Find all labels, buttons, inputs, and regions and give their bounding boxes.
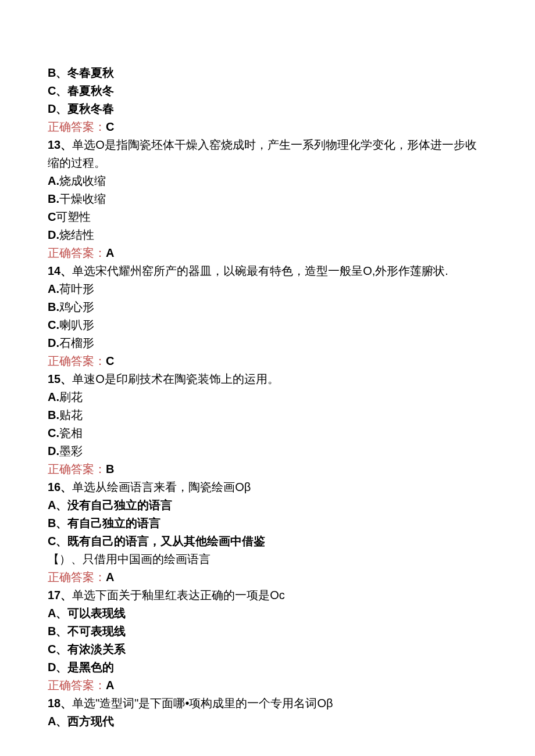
- text-part: 15、: [48, 372, 72, 385]
- text-line: 正确答案：A: [48, 676, 487, 694]
- text-line: C可塑性: [48, 208, 487, 226]
- text-part: 瓷相: [59, 427, 83, 439]
- text-part: A: [106, 246, 114, 259]
- text-part: 单选下面关于釉里红表达正确的一项是Oc: [72, 589, 285, 601]
- text-part: 单速O是印刷技术在陶瓷装饰上的运用。: [72, 372, 279, 385]
- text-line: C.瓷相: [48, 424, 487, 442]
- text-line: A.荷叶形: [48, 280, 487, 298]
- text-part: D.: [48, 445, 59, 457]
- text-part: A.: [48, 390, 59, 403]
- text-part: 正确答案：: [48, 679, 106, 691]
- text-part: A: [106, 679, 114, 691]
- text-part: 荷叶形: [59, 282, 94, 295]
- text-line: B.鸡心形: [48, 298, 487, 316]
- text-line: 16、单选从绘画语言来看，陶瓷绘画Oβ: [48, 478, 487, 496]
- text-part: B.: [48, 300, 59, 313]
- text-content: C、既有自己的语言，又从其他绘画中借鉴: [48, 535, 265, 547]
- text-content: B、冬春夏秋: [48, 66, 114, 79]
- text-line: 13、单选O是指陶瓷坯体干燥入窑烧成时，产生一系列物理化学变化，形体进一步收缩的…: [48, 136, 487, 172]
- text-line: 17、单选下面关于釉里红表达正确的一项是Oc: [48, 586, 487, 604]
- text-part: A.: [48, 282, 59, 295]
- text-part: B.: [48, 192, 59, 205]
- text-part: 可塑性: [56, 210, 91, 223]
- text-line: A、可以表现线: [48, 604, 487, 622]
- text-line: D.墨彩: [48, 442, 487, 460]
- text-part: 正确答案：: [48, 354, 106, 367]
- text-line: D.石榴形: [48, 334, 487, 352]
- text-line: 15、单速O是印刷技术在陶瓷装饰上的运用。: [48, 370, 487, 388]
- text-part: 刷花: [59, 390, 83, 403]
- text-part: 喇叭形: [59, 318, 94, 331]
- text-part: 正确答案：: [48, 463, 106, 475]
- text-part: 干燥收缩: [59, 192, 106, 205]
- text-part: 烧成收缩: [59, 174, 106, 187]
- text-part: B.: [48, 409, 59, 421]
- text-part: A: [106, 571, 114, 583]
- text-part: 14、: [48, 264, 72, 277]
- text-part: D.: [48, 336, 59, 349]
- text-part: 正确答案：: [48, 120, 106, 133]
- text-line: 正确答案：C: [48, 352, 487, 370]
- text-part: 单选宋代耀州窑所产的器皿，以碗最有特色，造型一般呈O,外形作莲腑状.: [72, 264, 448, 277]
- text-content: 【）、只借用中国画的绘画语言: [48, 553, 211, 565]
- text-line: B、不可表现线: [48, 622, 487, 640]
- text-line: B.干燥收缩: [48, 190, 487, 208]
- text-part: C: [48, 210, 56, 223]
- text-part: C.: [48, 427, 59, 439]
- text-content: D、是黑色的: [48, 661, 114, 673]
- text-part: 13、: [48, 138, 72, 151]
- text-part: 石榴形: [59, 336, 94, 349]
- text-part: 17、: [48, 589, 72, 601]
- text-line: A.烧成收缩: [48, 172, 487, 190]
- text-content: C、春夏秋冬: [48, 84, 114, 97]
- text-content: A、可以表现线: [48, 607, 126, 619]
- text-line: D、夏秋冬春: [48, 100, 487, 118]
- text-content: A、西方现代: [48, 715, 114, 728]
- text-line: C、既有自己的语言，又从其他绘画中借鉴: [48, 532, 487, 550]
- text-line: 正确答案：C: [48, 118, 487, 136]
- text-part: 墨彩: [59, 445, 83, 457]
- text-line: A、西方现代: [48, 712, 487, 730]
- document-page: B、冬春夏秋C、春夏秋冬D、夏秋冬春正确答案：C13、单选O是指陶瓷坯体干燥入窑…: [0, 0, 535, 756]
- text-content: C、有浓淡关系: [48, 643, 126, 655]
- text-line: D.烧结性: [48, 226, 487, 244]
- text-content: A、没有自己独立的语言: [48, 499, 172, 511]
- text-part: 正确答案：: [48, 246, 106, 259]
- text-part: D.: [48, 228, 59, 241]
- text-part: C.: [48, 318, 59, 331]
- text-content: B、有自己独立的语言: [48, 517, 160, 529]
- text-line: 【）、只借用中国画的绘画语言: [48, 550, 487, 568]
- text-part: 正确答案：: [48, 571, 106, 583]
- text-line: C.喇叭形: [48, 316, 487, 334]
- text-line: 正确答案：B: [48, 460, 487, 478]
- text-line: D、是黑色的: [48, 658, 487, 676]
- text-line: 正确答案：A: [48, 568, 487, 586]
- text-line: A.刷花: [48, 388, 487, 406]
- text-part: 16、: [48, 481, 72, 493]
- text-line: B、冬春夏秋: [48, 64, 487, 82]
- text-part: 鸡心形: [59, 300, 94, 313]
- text-part: A.: [48, 174, 59, 187]
- text-line: 14、单选宋代耀州窑所产的器皿，以碗最有特色，造型一般呈O,外形作莲腑状.: [48, 262, 487, 280]
- text-part: 烧结性: [59, 228, 94, 241]
- text-line: 18、单选"造型词"是下面哪•项构成里的一个专用名词Oβ: [48, 694, 487, 712]
- text-part: 单选O是指陶瓷坯体干燥入窑烧成时，产生一系列物理化学变化，形体进一步收缩的过程。: [48, 138, 477, 169]
- text-line: C、有浓淡关系: [48, 640, 487, 658]
- text-part: 单选从绘画语言来看，陶瓷绘画Oβ: [72, 481, 251, 493]
- text-part: 18、: [48, 697, 72, 710]
- text-part: 单选"造型词"是下面哪•项构成里的一个专用名词Oβ: [72, 697, 333, 710]
- text-part: C: [106, 354, 114, 367]
- text-line: C、春夏秋冬: [48, 82, 487, 100]
- text-part: C: [106, 120, 114, 133]
- text-part: B: [106, 463, 114, 475]
- text-line: 正确答案：A: [48, 244, 487, 262]
- text-line: B、有自己独立的语言: [48, 514, 487, 532]
- text-part: 贴花: [59, 409, 83, 421]
- text-line: B.贴花: [48, 406, 487, 424]
- text-line: A、没有自己独立的语言: [48, 496, 487, 514]
- text-content: D、夏秋冬春: [48, 102, 114, 115]
- text-content: B、不可表现线: [48, 625, 126, 637]
